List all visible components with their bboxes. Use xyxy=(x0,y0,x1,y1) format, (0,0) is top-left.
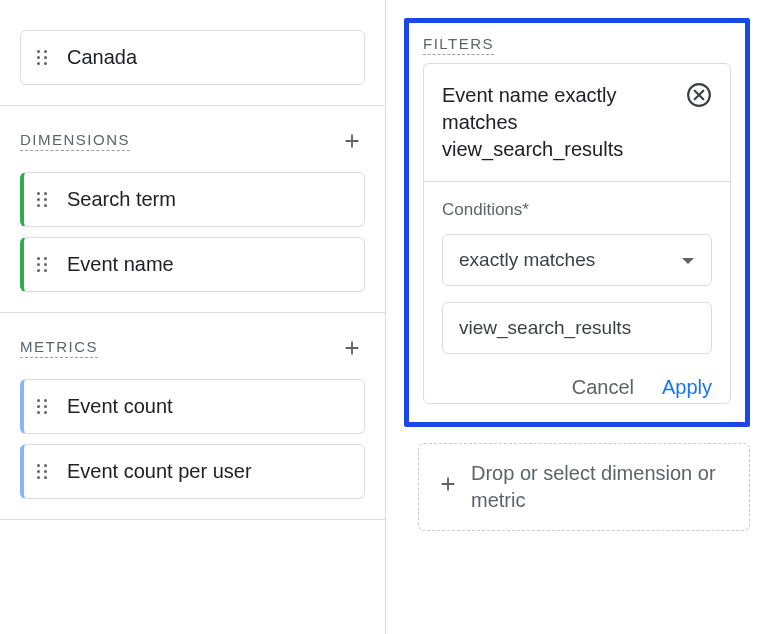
dropdown-caret xyxy=(681,249,695,271)
config-sidebar: Canada DIMENSIONS Search term Event name… xyxy=(0,0,386,634)
dimension-chip-event-name[interactable]: Event name xyxy=(20,237,365,292)
drag-handle-icon[interactable] xyxy=(37,257,53,272)
metrics-label: METRICS xyxy=(20,338,98,358)
metrics-section: METRICS Event count Event count per user xyxy=(0,313,385,520)
filters-panel: FILTERS Event name exactly matches view_… xyxy=(404,18,750,427)
caret-down-icon xyxy=(681,256,695,266)
remove-filter-button[interactable] xyxy=(686,82,712,108)
filter-body: Conditions* exactly matches view_search_… xyxy=(424,182,730,354)
filters-area: FILTERS Event name exactly matches view_… xyxy=(386,0,768,634)
drag-handle-icon[interactable] xyxy=(37,464,53,479)
chip-label: Canada xyxy=(67,45,137,70)
plus-icon xyxy=(341,337,363,359)
cancel-button[interactable]: Cancel xyxy=(572,376,634,399)
chip-label: Event name xyxy=(67,252,174,277)
filter-card: Event name exactly matches view_search_r… xyxy=(423,63,731,404)
chip-canada[interactable]: Canada xyxy=(20,30,365,85)
dimensions-header: DIMENSIONS xyxy=(20,106,365,162)
drag-handle-icon[interactable] xyxy=(37,50,53,65)
chip-label: Event count per user xyxy=(67,459,252,484)
filter-value-input[interactable]: view_search_results xyxy=(442,302,712,354)
close-circle-icon xyxy=(686,82,712,108)
drag-handle-icon[interactable] xyxy=(37,192,53,207)
add-metric-button[interactable] xyxy=(339,335,365,361)
metrics-header: METRICS xyxy=(20,313,365,369)
filter-summary-row[interactable]: Event name exactly matches view_search_r… xyxy=(424,64,730,182)
plus-icon xyxy=(341,130,363,152)
metric-chip-event-count[interactable]: Event count xyxy=(20,379,365,434)
match-type-value: exactly matches xyxy=(459,249,595,271)
chip-label: Event count xyxy=(67,394,173,419)
add-dimension-button[interactable] xyxy=(339,128,365,154)
match-type-select[interactable]: exactly matches xyxy=(442,234,712,286)
filter-summary-text: Event name exactly matches view_search_r… xyxy=(442,82,678,163)
conditions-label: Conditions* xyxy=(442,200,712,220)
plus-icon xyxy=(437,473,459,495)
metric-chip-event-count-per-user[interactable]: Event count per user xyxy=(20,444,365,499)
apply-button[interactable]: Apply xyxy=(662,376,712,399)
dimensions-label: DIMENSIONS xyxy=(20,131,130,151)
dropzone-text: Drop or select dimension or metric xyxy=(471,460,731,514)
top-section: Canada xyxy=(0,0,385,106)
filter-actions: Cancel Apply xyxy=(424,370,730,403)
dimensions-section: DIMENSIONS Search term Event name xyxy=(0,106,385,313)
dropzone-plus xyxy=(437,473,459,502)
filters-title: FILTERS xyxy=(423,35,494,55)
filter-dropzone[interactable]: Drop or select dimension or metric xyxy=(418,443,750,531)
dimension-chip-search-term[interactable]: Search term xyxy=(20,172,365,227)
drag-handle-icon[interactable] xyxy=(37,399,53,414)
filter-value-text: view_search_results xyxy=(459,317,631,339)
chip-label: Search term xyxy=(67,187,176,212)
